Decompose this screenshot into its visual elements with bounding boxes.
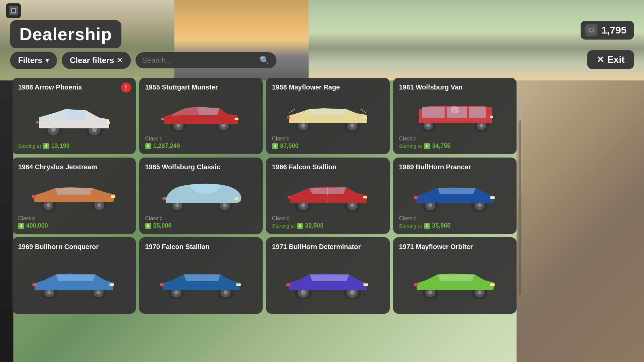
svg-rect-36 bbox=[422, 107, 444, 118]
exit-x-icon: ✕ bbox=[597, 55, 604, 65]
page-title: Dealership bbox=[19, 24, 112, 44]
currency-icon-small: ₵ bbox=[424, 143, 430, 149]
car-card-1969-bullhorn-conqueror[interactable]: 1969 Bullhorn Conqueror bbox=[12, 237, 136, 314]
car-card-1971-mayflower-orbiter[interactable]: 1971 Mayflower Orbiter bbox=[393, 237, 517, 314]
car-name: 1988 Arrow Phoenix bbox=[18, 83, 130, 91]
car-image bbox=[272, 252, 384, 309]
svg-rect-12 bbox=[107, 121, 110, 124]
car-name: 1971 Mayflower Orbiter bbox=[399, 243, 511, 251]
price-value: 400,000 bbox=[26, 222, 48, 229]
svg-point-68 bbox=[428, 203, 432, 207]
car-price: Starting at ₵ 34,755 bbox=[399, 142, 511, 149]
svg-rect-29 bbox=[287, 116, 290, 118]
svg-point-19 bbox=[221, 123, 225, 127]
car-category: Classic bbox=[145, 216, 257, 222]
svg-rect-47 bbox=[111, 195, 115, 198]
filters-label: Filters bbox=[18, 56, 42, 65]
svg-rect-73 bbox=[414, 196, 418, 198]
car-card-1966-falcon-stallion[interactable]: 1966 Falcon Stallion Classic Starting at… bbox=[266, 158, 390, 234]
car-card-1961-wolfsburg-van[interactable]: 1961 Wolfsburg Van Classic Starting at ₵… bbox=[393, 78, 517, 154]
svg-rect-48 bbox=[32, 195, 36, 198]
svg-point-16 bbox=[176, 123, 180, 127]
car-price: Starting at ₵ 35,865 bbox=[399, 222, 511, 229]
car-image bbox=[18, 252, 130, 309]
svg-rect-81 bbox=[33, 284, 36, 286]
car-price: ₵ 25,000 bbox=[145, 222, 257, 229]
scrollbar-thumb[interactable] bbox=[519, 94, 521, 121]
svg-point-104 bbox=[477, 290, 481, 294]
car-category: Classic bbox=[272, 136, 384, 142]
car-card-1988-arrow-phoenix[interactable]: 1988 Arrow Phoenix ! Starting at ₵ 13,19… bbox=[12, 78, 136, 154]
svg-point-71 bbox=[477, 203, 481, 207]
car-name: 1969 Bullhorn Conqueror bbox=[18, 243, 130, 251]
svg-point-87 bbox=[223, 290, 227, 294]
search-container: 🔍 bbox=[136, 52, 276, 68]
car-card-1971-bullhorn-determinator[interactable]: 1971 BullHorn Determinator bbox=[266, 237, 390, 314]
svg-rect-97 bbox=[364, 284, 368, 286]
svg-rect-2 bbox=[12, 9, 15, 12]
svg-rect-98 bbox=[286, 284, 290, 286]
currency-icon bbox=[585, 24, 597, 36]
price-value: 34,755 bbox=[432, 142, 450, 149]
svg-point-96 bbox=[350, 290, 355, 295]
car-category: Classic bbox=[399, 136, 511, 142]
scrollbar-track bbox=[519, 94, 521, 295]
svg-rect-65 bbox=[287, 196, 291, 198]
svg-point-59 bbox=[301, 203, 305, 207]
car-image bbox=[399, 172, 511, 214]
svg-point-79 bbox=[96, 290, 100, 294]
currency-icon-small: ₵ bbox=[272, 143, 278, 149]
car-image bbox=[399, 93, 511, 134]
svg-rect-64 bbox=[363, 196, 367, 198]
clear-filters-button[interactable]: Clear filters ✕ bbox=[62, 52, 131, 69]
currency-icon-small: ₵ bbox=[18, 223, 24, 229]
svg-point-51 bbox=[175, 203, 179, 207]
currency-display: 1,795 bbox=[581, 21, 634, 40]
car-card-1964-chryslus-jetstream[interactable]: 1964 Chryslus Jetstream Classic ₵ 400,00… bbox=[12, 158, 136, 234]
currency-icon-small: ₵ bbox=[297, 223, 303, 229]
svg-rect-90 bbox=[160, 284, 164, 286]
car-category: Classic bbox=[18, 216, 130, 222]
car-card-1958-mayflower-rage[interactable]: 1958 Mayflower Rage Classic ₵ 87,500 bbox=[266, 78, 390, 154]
svg-point-46 bbox=[97, 203, 101, 207]
car-card-1965-wolfsburg-classic[interactable]: 1965 Wolfsburg Classic Classic ₵ 25,000 bbox=[139, 158, 263, 234]
price-value: 35,865 bbox=[432, 222, 450, 229]
search-icon[interactable]: 🔍 bbox=[260, 56, 270, 65]
svg-rect-21 bbox=[161, 118, 164, 120]
svg-point-62 bbox=[350, 203, 354, 207]
car-price: ₵ 87,500 bbox=[272, 142, 384, 149]
exit-button[interactable]: ✕ Exit bbox=[587, 50, 634, 69]
svg-rect-55 bbox=[234, 197, 238, 199]
svg-rect-28 bbox=[363, 116, 367, 118]
car-image bbox=[399, 252, 511, 309]
svg-point-43 bbox=[46, 203, 50, 207]
car-card-1955-stuttgart-munster[interactable]: 1955 Stuttgart Munster Classic ₵ 1,287,2… bbox=[139, 78, 263, 154]
svg-rect-39 bbox=[490, 116, 493, 118]
price-prefix: Starting at bbox=[272, 223, 295, 229]
car-image bbox=[145, 93, 257, 134]
price-value: 32,500 bbox=[305, 222, 323, 229]
car-card-1969-bullhorn-prancer[interactable]: 1969 BullHorn Prancer Classic Starting a… bbox=[393, 158, 517, 234]
price-value: 13,190 bbox=[51, 142, 69, 149]
car-card-1970-falcon-stallion[interactable]: 1970 Falcon Stallion bbox=[139, 237, 263, 314]
svg-rect-72 bbox=[490, 196, 494, 198]
bg-bottom-right bbox=[517, 80, 644, 362]
exit-label: Exit bbox=[607, 54, 625, 65]
cars-grid: 1988 Arrow Phoenix ! Starting at ₵ 13,19… bbox=[12, 78, 517, 362]
clear-filters-label: Clear filters bbox=[70, 56, 114, 65]
car-price: ₵ 1,287,249 bbox=[145, 142, 257, 149]
alert-badge: ! bbox=[121, 82, 131, 93]
svg-rect-5 bbox=[590, 29, 593, 31]
svg-point-93 bbox=[301, 290, 306, 295]
car-name: 1971 BullHorn Determinator bbox=[272, 243, 384, 251]
svg-rect-13 bbox=[36, 121, 39, 123]
car-name: 1964 Chryslus Jetstream bbox=[18, 163, 130, 171]
svg-rect-105 bbox=[490, 284, 494, 286]
clear-x-icon: ✕ bbox=[117, 56, 123, 65]
search-input[interactable] bbox=[142, 56, 256, 65]
price-value: 25,000 bbox=[153, 222, 172, 229]
price-prefix: Starting at bbox=[399, 223, 422, 229]
car-name: 1970 Falcon Stallion bbox=[145, 243, 257, 251]
filters-button[interactable]: Filters ▾ bbox=[10, 52, 57, 69]
car-image bbox=[18, 93, 130, 142]
